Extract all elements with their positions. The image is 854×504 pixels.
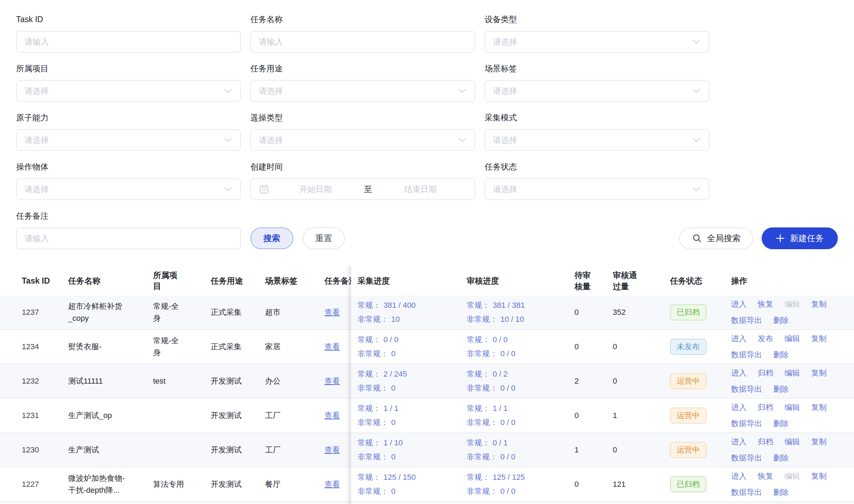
cell-scene: 工厂 <box>265 399 324 432</box>
action-archive[interactable]: 归档 <box>758 367 773 379</box>
action-export[interactable]: 数据导出 <box>731 452 762 464</box>
cell-task-name: 微波炉加热食物-干扰-depth降... <box>68 467 153 501</box>
action-copy[interactable]: 复制 <box>811 402 827 413</box>
calendar-icon <box>259 184 269 194</box>
cell-purpose: 正式采集 <box>211 296 265 329</box>
action-delete[interactable]: 删除 <box>773 418 789 430</box>
remark-view-link[interactable]: 查看 <box>324 341 340 353</box>
action-edit[interactable]: 编辑 <box>784 333 800 345</box>
action-copy[interactable]: 复制 <box>811 470 827 482</box>
collect-mode-select[interactable]: 请选择 <box>485 129 709 151</box>
chevron-down-icon <box>458 89 466 93</box>
action-enter[interactable]: 进入 <box>731 436 747 448</box>
action-edit[interactable]: 编辑 <box>784 470 800 482</box>
remark-view-link[interactable]: 查看 <box>324 410 340 422</box>
action-edit[interactable]: 编辑 <box>784 402 800 413</box>
task-id-input[interactable]: 请输入 <box>16 31 241 53</box>
field-label: 所属项目 <box>16 63 241 74</box>
task-remark-input[interactable]: 请输入 <box>16 227 241 249</box>
reset-button[interactable]: 重置 <box>303 227 345 249</box>
action-copy[interactable]: 复制 <box>811 436 827 448</box>
date-start-placeholder[interactable]: 开始日期 <box>269 184 362 195</box>
cell-collect-progress: 常规：0 / 0 非常规：0 <box>357 330 467 364</box>
cell-passed-count: 121 <box>613 467 670 501</box>
action-delete[interactable]: 删除 <box>773 452 789 464</box>
atomic-ability-select[interactable]: 请选择 <box>16 129 241 151</box>
action-export[interactable]: 数据导出 <box>731 314 762 326</box>
task-status-select[interactable]: 请选择 <box>485 178 709 200</box>
cell-collect-progress: 常规：125 / 150 非常规：0 <box>357 467 467 501</box>
remark-view-link[interactable]: 查看 <box>324 444 340 456</box>
task-purpose-select[interactable]: 请选择 <box>250 80 475 102</box>
cell-project: test <box>153 364 211 398</box>
action-archive[interactable]: 归档 <box>758 402 773 413</box>
cell-actions: 进入 归档 编辑 复制 数据导出 删除 <box>731 364 848 398</box>
chevron-down-icon <box>692 89 700 93</box>
remark-view-link[interactable]: 查看 <box>324 306 340 318</box>
action-enter[interactable]: 进入 <box>731 298 747 310</box>
field-label: 任务状态 <box>485 161 709 172</box>
action-enter[interactable]: 进入 <box>731 402 747 413</box>
placeholder-text: 请选择 <box>493 86 517 97</box>
action-edit[interactable]: 编辑 <box>784 436 800 448</box>
action-export[interactable]: 数据导出 <box>731 486 762 498</box>
header-passed-count: 审核通过量 <box>613 270 670 292</box>
action-recover[interactable]: 恢复 <box>758 470 773 482</box>
scene-tag-select[interactable]: 请选择 <box>485 80 709 102</box>
global-search-button[interactable]: 全局搜索 <box>679 227 753 249</box>
field-atomic-ability: 原子能力 请选择 <box>16 112 241 151</box>
placeholder-text: 请选择 <box>493 184 517 195</box>
action-enter[interactable]: 进入 <box>731 367 747 379</box>
action-copy[interactable]: 复制 <box>811 333 827 345</box>
cell-scene: 家居 <box>265 330 324 364</box>
search-button[interactable]: 搜索 <box>250 227 293 249</box>
placeholder-text: 请输入 <box>25 37 49 47</box>
action-edit[interactable]: 编辑 <box>784 298 800 310</box>
action-export[interactable]: 数据导出 <box>731 383 762 395</box>
action-recover[interactable]: 恢复 <box>758 298 773 310</box>
teleop-type-select[interactable]: 请选择 <box>250 129 475 151</box>
field-collect-mode: 采集模式 请选择 <box>485 112 709 151</box>
action-export[interactable]: 数据导出 <box>731 418 762 430</box>
remark-view-link[interactable]: 查看 <box>324 478 340 490</box>
placeholder-text: 请选择 <box>493 37 517 47</box>
device-type-select[interactable]: 请选择 <box>485 31 709 53</box>
remark-view-link[interactable]: 查看 <box>324 375 340 387</box>
action-edit[interactable]: 编辑 <box>784 367 800 379</box>
cell-task-id: 1234 <box>22 330 68 364</box>
action-delete[interactable]: 删除 <box>773 383 789 395</box>
operate-object-select[interactable]: 请选择 <box>16 178 241 200</box>
table-row: 1227 微波炉加热食物-干扰-depth降... 算法专用 开发测试 餐厅 查… <box>0 467 854 502</box>
cell-project <box>153 433 211 467</box>
action-delete[interactable]: 删除 <box>773 486 789 498</box>
global-search-label: 全局搜索 <box>707 233 741 244</box>
placeholder-text: 请输入 <box>259 37 283 47</box>
field-label: 设备类型 <box>485 14 709 25</box>
action-delete[interactable]: 删除 <box>773 314 789 326</box>
field-task-name: 任务名称 请输入 <box>250 14 475 53</box>
field-label: 创建时间 <box>250 161 475 172</box>
chevron-down-icon <box>224 89 232 93</box>
header-pending-count: 待审核量 <box>574 270 613 292</box>
action-copy[interactable]: 复制 <box>811 367 827 379</box>
action-enter[interactable]: 进入 <box>731 333 747 345</box>
action-copy[interactable]: 复制 <box>811 298 827 310</box>
project-select[interactable]: 请选择 <box>16 80 241 102</box>
cell-review-progress: 常规：381 / 381 非常规：10 / 10 <box>467 296 574 329</box>
create-time-range-picker[interactable]: 开始日期 至 结束日期 <box>250 178 475 200</box>
field-label: 遥操类型 <box>250 112 475 123</box>
field-create-time: 创建时间 开始日期 至 结束日期 <box>250 161 475 200</box>
cell-pending-count: 2 <box>574 364 613 398</box>
action-delete[interactable]: 删除 <box>773 349 789 361</box>
field-task-remark: 任务备注 请输入 <box>16 211 241 249</box>
cell-purpose: 开发测试 <box>211 364 265 398</box>
action-publish[interactable]: 发布 <box>758 333 773 345</box>
header-purpose: 任务用途 <box>211 276 265 286</box>
task-name-input[interactable]: 请输入 <box>250 31 475 53</box>
action-export[interactable]: 数据导出 <box>731 349 762 361</box>
header-actions: 操作 <box>731 276 848 286</box>
action-enter[interactable]: 进入 <box>731 470 747 482</box>
create-task-button[interactable]: 新建任务 <box>762 227 838 249</box>
date-end-placeholder[interactable]: 结束日期 <box>374 184 467 195</box>
action-archive[interactable]: 归档 <box>758 436 773 448</box>
